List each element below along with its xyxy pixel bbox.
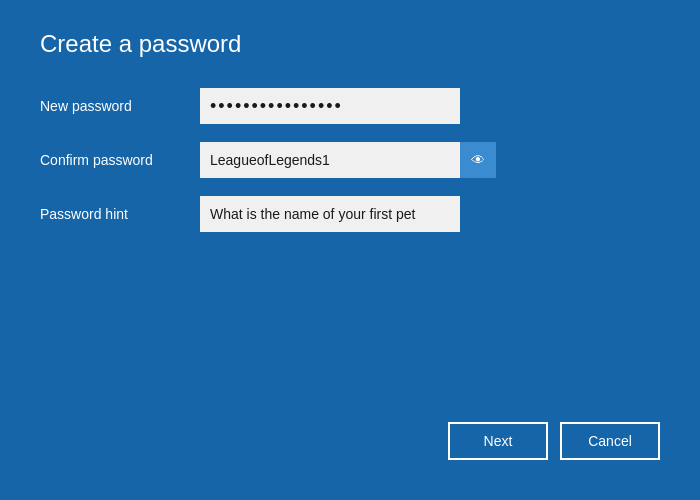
confirm-password-input-wrapper: 👁	[200, 142, 496, 178]
password-hint-input[interactable]	[200, 196, 460, 232]
confirm-password-label: Confirm password	[40, 152, 200, 168]
next-button[interactable]: Next	[448, 422, 548, 460]
password-hint-label: Password hint	[40, 206, 200, 222]
password-form: New password Confirm password 👁 Password…	[40, 88, 660, 250]
new-password-label: New password	[40, 98, 200, 114]
confirm-password-row: Confirm password 👁	[40, 142, 660, 178]
reveal-password-button[interactable]: 👁	[460, 142, 496, 178]
new-password-input-wrapper	[200, 88, 460, 124]
bottom-buttons: Next Cancel	[448, 422, 660, 460]
cancel-button[interactable]: Cancel	[560, 422, 660, 460]
confirm-password-input[interactable]	[200, 142, 460, 178]
page-title: Create a password	[40, 30, 660, 58]
new-password-input[interactable]	[200, 88, 460, 124]
password-hint-input-wrapper	[200, 196, 460, 232]
main-container: Create a password New password Confirm p…	[0, 0, 700, 500]
new-password-row: New password	[40, 88, 660, 124]
eye-icon: 👁	[471, 152, 485, 168]
password-hint-row: Password hint	[40, 196, 660, 232]
